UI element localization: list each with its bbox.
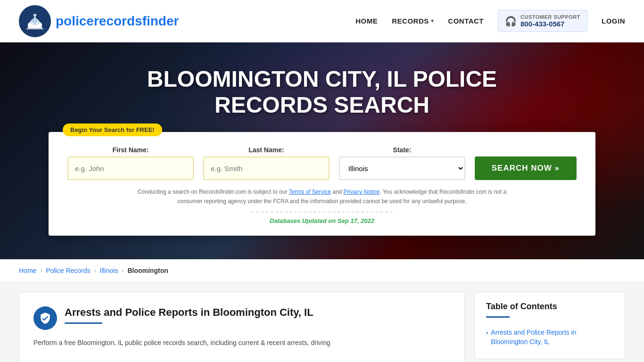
nav-contact[interactable]: CONTACT — [448, 17, 484, 25]
breadcrumb-bar: Home › Police Records › Illinois › Bloom… — [0, 259, 644, 282]
breadcrumb-sep-2: › — [94, 267, 96, 274]
chevron-down-icon: ▾ — [431, 18, 434, 24]
main-content: Arrests and Police Reports in Bloomingto… — [19, 292, 465, 362]
breadcrumb-sep-3: › — [122, 267, 124, 274]
svg-rect-7 — [29, 22, 31, 27]
svg-rect-9 — [37, 22, 38, 27]
breadcrumb-police-records[interactable]: Police Records — [46, 267, 90, 274]
nav-home[interactable]: HOME — [355, 17, 378, 25]
toc-item-1[interactable]: › Arrests and Police Reports in Blooming… — [486, 325, 613, 349]
first-name-group: First Name: — [67, 146, 194, 180]
site-header: policerecordsfinder HOME RECORDS ▾ CONTA… — [0, 0, 644, 42]
breadcrumb-sep-1: › — [40, 267, 42, 274]
title-underline — [65, 322, 102, 324]
article-title-group: Arrests and Police Reports in Bloomingto… — [65, 306, 314, 324]
search-button[interactable]: SEARCH NOW » — [475, 156, 577, 180]
toc-divider — [486, 316, 510, 318]
svg-rect-8 — [32, 22, 33, 27]
breadcrumb-current: Bloomington — [127, 267, 168, 274]
nav-records[interactable]: RECORDS ▾ — [392, 17, 434, 25]
article-title: Arrests and Police Reports in Bloomingto… — [65, 306, 314, 319]
hero-section: BLOOMINGTON CITY, IL POLICE RECORDS SEAR… — [0, 42, 644, 259]
state-label: State: — [339, 146, 465, 154]
state-select[interactable]: Illinois Alabama Alaska Arizona Californ… — [339, 156, 465, 180]
logo-text: policerecordsfinder — [56, 14, 179, 29]
first-name-input[interactable] — [67, 156, 194, 180]
page-title: BLOOMINGTON CITY, IL POLICE RECORDS SEAR… — [110, 66, 534, 118]
sidebar: Table of Contents › Arrests and Police R… — [474, 292, 625, 362]
toc-chevron-icon: › — [486, 329, 488, 337]
svg-rect-12 — [26, 28, 44, 29]
toc-title: Table of Contents — [486, 302, 613, 312]
search-fields: First Name: Last Name: State: Illinois A… — [67, 146, 577, 180]
divider — [251, 212, 393, 213]
content-area: Arrests and Police Reports in Bloomingto… — [0, 282, 644, 362]
badge-icon — [33, 306, 57, 330]
customer-support-box[interactable]: 🎧 CUSTOMER SUPPORT 800-433-0567 — [498, 10, 587, 32]
svg-rect-10 — [39, 22, 41, 27]
headset-icon: 🎧 — [505, 16, 517, 27]
hero-content: BLOOMINGTON CITY, IL POLICE RECORDS SEAR… — [0, 42, 644, 236]
last-name-input[interactable] — [203, 156, 330, 180]
state-group: State: Illinois Alabama Alaska Arizona C… — [339, 146, 465, 180]
logo-link[interactable]: policerecordsfinder — [19, 5, 179, 37]
first-name-label: First Name: — [67, 146, 194, 154]
db-updated: Databases Updated on Sep 17, 2022 — [67, 217, 577, 224]
breadcrumb-illinois[interactable]: Illinois — [100, 267, 118, 274]
svg-rect-11 — [27, 28, 42, 29]
article-header: Arrests and Police Reports in Bloomingto… — [33, 306, 450, 330]
logo-icon — [19, 5, 51, 37]
article-body: Perform a free Bloomington, IL public po… — [33, 337, 450, 349]
main-nav: HOME RECORDS ▾ CONTACT 🎧 CUSTOMER SUPPOR… — [355, 10, 625, 32]
toc-card: Table of Contents › Arrests and Police R… — [474, 292, 625, 359]
disclaimer-text: Conducting a search on Recordsfinder.com… — [129, 188, 515, 206]
last-name-group: Last Name: — [203, 146, 330, 180]
support-number: 800-433-0567 — [520, 20, 580, 28]
search-card: Begin Your Search for FREE! First Name: … — [49, 132, 595, 235]
terms-link[interactable]: Terms of Service — [289, 189, 331, 195]
free-badge: Begin Your Search for FREE! — [63, 123, 162, 136]
breadcrumb: Home › Police Records › Illinois › Bloom… — [19, 267, 625, 274]
last-name-label: Last Name: — [203, 146, 330, 154]
support-label: CUSTOMER SUPPORT — [520, 14, 580, 20]
breadcrumb-home[interactable]: Home — [19, 267, 36, 274]
privacy-link[interactable]: Privacy Notice — [344, 189, 380, 195]
svg-point-6 — [33, 14, 37, 16]
login-button[interactable]: LOGIN — [602, 17, 625, 25]
